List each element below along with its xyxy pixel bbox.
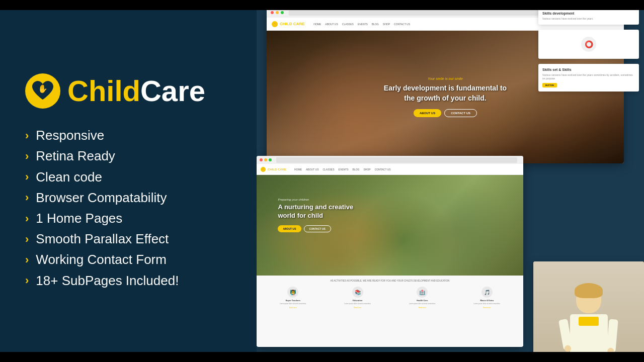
svg-text:✋: ✋: [38, 84, 48, 94]
browser-dot-green-2: [269, 158, 272, 161]
browser-dot-red-2: [260, 158, 263, 161]
features-list: › Responsive › Retina Ready › Clean code…: [25, 128, 231, 289]
nav-link-blog-2: BLOG: [353, 168, 360, 171]
nav-link-about: ABOUT US: [325, 23, 338, 26]
feature-item-homepages: › 1 Home Pages: [25, 211, 231, 226]
health-desc: Lorem ipsum dolor sit amet consectetur: [409, 303, 436, 305]
education-icon: 📚: [352, 287, 363, 298]
teacher-torso: [570, 314, 608, 357]
teacher-hair: [575, 283, 603, 298]
secondary-browser-mockup: ✋ CHILD CARE HOME ABOUT US CLASSES EVENT…: [257, 156, 523, 347]
feature-label-responsive: Responsive: [36, 128, 104, 143]
hero-title-secondary: A nurturing and creativeworld for child: [278, 203, 425, 220]
logo-care: Care: [140, 74, 205, 107]
chevron-icon: ›: [25, 254, 29, 265]
side-panel: Skills development Various versions have…: [533, 8, 644, 254]
feature-item-parallax: › Smooth Parallax Effect: [25, 231, 231, 247]
hero-tagline-secondary: Preparing your children: [278, 198, 425, 201]
nav-link-contact-2: CONTACT US: [375, 168, 391, 171]
side-card-skills2: Skills set & Skills Various versions hav…: [538, 64, 639, 92]
hero-btn-about-main[interactable]: ABOUT US: [414, 109, 441, 117]
chevron-icon: ›: [25, 275, 29, 286]
logo-container: ✋ ChildCare: [25, 73, 231, 109]
secondary-browser-bar: [257, 156, 523, 164]
education-desc: Lorem ipsum dolor sit amet consectetur: [344, 303, 371, 305]
browser-dot-red: [271, 11, 274, 14]
chevron-icon: ›: [25, 171, 29, 183]
hero-btn-about-secondary[interactable]: ABOUT US: [278, 225, 301, 232]
feature-label-clean-code: Clean code: [36, 169, 102, 185]
teachers-icon: 👨‍🏫: [287, 287, 298, 298]
nav-link-contact: CONTACT US: [394, 23, 410, 26]
top-bar: [0, 0, 644, 10]
teachers-title: Super Teachers: [285, 299, 300, 302]
features-header: AS ACTIVITIES AS POSSIBLE, WE ARE READY …: [261, 280, 519, 283]
music-link[interactable]: Read more: [483, 307, 491, 309]
feature-item-browser: › Browser Compatability: [25, 190, 231, 206]
teacher-hand-left: [564, 345, 571, 352]
feature-icon-health: 🏥 Health Care Lorem ipsum dolor sit amet…: [394, 287, 451, 309]
hero-section-secondary: Preparing your children A nurturing and …: [257, 175, 523, 276]
nav-link-shop-2: SHOP: [363, 168, 370, 171]
nav-logo-secondary: ✋ CHILD CARE: [261, 167, 286, 172]
left-panel: ✋ ChildCare › Responsive › Retina Ready …: [0, 0, 257, 362]
nav-logo-text-2: CHILD CARE: [268, 168, 286, 171]
nav-link-home: HOME: [313, 23, 321, 26]
hero-content-secondary: Preparing your children A nurturing and …: [278, 198, 425, 232]
hero-btn-contact-main[interactable]: CONTACT US: [444, 109, 477, 117]
teachers-link[interactable]: Read more: [289, 307, 297, 309]
nav-link-blog: BLOG: [372, 23, 379, 26]
side-card-title2: Skills set & Skills: [542, 68, 635, 71]
site-nav-secondary: ✋ CHILD CARE HOME ABOUT US CLASSES EVENT…: [257, 164, 523, 175]
feature-label-browser: Browser Compatability: [36, 190, 167, 206]
nav-logo-icon: ✋: [272, 21, 278, 27]
side-card-skills: Skills development Various versions have…: [538, 8, 639, 25]
features-header-text: AS ACTIVITIES AS POSSIBLE, WE ARE READY …: [261, 280, 519, 283]
feature-item-retina: › Retina Ready: [25, 148, 231, 164]
side-card-sub2: Various versions have evolved over the y…: [542, 73, 635, 80]
hero-btn-contact-secondary[interactable]: CONTACT US: [304, 225, 331, 232]
features-icons: 👨‍🏫 Super Teachers Lorem ipsum dolor sit…: [261, 287, 519, 309]
bottom-bar: [0, 352, 644, 362]
logo-icon: ✋: [25, 73, 60, 109]
side-card-title: Skills development: [542, 12, 635, 15]
teacher-scarf: [579, 317, 599, 326]
browser-dot-yellow-2: [264, 158, 267, 161]
features-section-secondary: AS ACTIVITIES AS POSSIBLE, WE ARE READY …: [257, 276, 523, 346]
teacher-arm-right: [606, 319, 618, 352]
side-card-subtitle: Various versions have evolved over the y…: [542, 17, 635, 21]
nav-link-about-2: ABOUT US: [306, 168, 318, 171]
side-btn-1[interactable]: BUTTON: [542, 83, 557, 87]
logo-child: Child: [67, 74, 140, 107]
feature-icon-music: 🎵 Music & Extra Lorem ipsum dolor sit am…: [458, 287, 515, 309]
feature-icon-teachers: 👨‍🏫 Super Teachers Lorem ipsum dolor sit…: [265, 287, 321, 309]
side-card-icon: ⭕: [538, 30, 639, 59]
svg-text:✋: ✋: [262, 168, 265, 171]
health-link[interactable]: Read more: [419, 307, 426, 309]
browser-dot-green: [281, 11, 284, 14]
feature-label-contact: Working Contact Form: [36, 252, 167, 267]
teacher-body: [561, 272, 616, 357]
education-link[interactable]: Read more: [354, 307, 361, 309]
hero-buttons-secondary: ABOUT US CONTACT US: [278, 225, 425, 232]
side-card-circle-icon: ⭕: [581, 37, 596, 52]
chevron-icon: ›: [25, 213, 29, 224]
nav-link-classes: CLASSES: [342, 23, 354, 26]
nav-links-secondary: HOME ABOUT US CLASSES EVENTS BLOG SHOP C…: [294, 168, 391, 171]
nav-link-home-2: HOME: [294, 168, 302, 171]
feature-item-responsive: › Responsive: [25, 128, 231, 143]
nav-link-events-2: EVENTS: [339, 168, 349, 171]
side-card-buttons: BUTTON: [542, 83, 635, 87]
browser-dot-yellow: [276, 11, 279, 14]
teacher-card: [533, 261, 644, 357]
nav-logo-text: CHILD CARE: [280, 22, 304, 26]
education-title: Education: [353, 299, 362, 302]
chevron-icon: ›: [25, 192, 29, 203]
feature-item-contact: › Working Contact Form: [25, 252, 231, 267]
health-title: Health Care: [417, 299, 428, 302]
music-desc: Lorem ipsum dolor sit amet consectetur: [473, 303, 500, 305]
teacher-head: [576, 286, 601, 313]
svg-text:✋: ✋: [273, 22, 277, 26]
feature-item-clean-code: › Clean code: [25, 169, 231, 185]
logo-text: ChildCare: [67, 76, 205, 106]
